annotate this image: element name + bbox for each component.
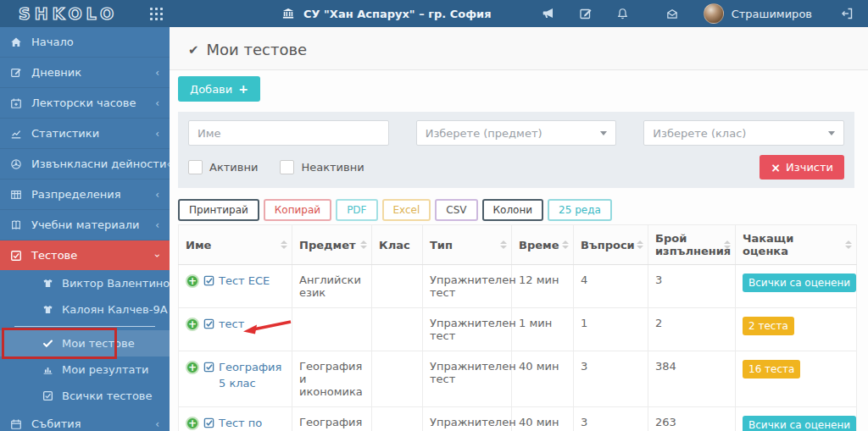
column-header-name[interactable]: Име [179, 225, 292, 265]
print-button[interactable]: Принтирай [178, 199, 259, 221]
excel-button[interactable]: Excel [382, 199, 431, 221]
sidebar-item-statistics[interactable]: Статистики ‹ [0, 119, 170, 149]
column-header-type[interactable]: Тип [423, 225, 512, 265]
school-selector[interactable]: СУ "Хан Аспарух" – гр. София [282, 0, 492, 27]
sidebar-item-label: Извънкласни дейности [31, 157, 166, 170]
sidebar-item-label: Калоян Калчев-9А [62, 303, 168, 316]
sidebar-item-my-tests[interactable]: Мои тестове [0, 330, 170, 356]
chevron-left-icon: ‹ [155, 220, 159, 230]
class-filter-select[interactable]: Изберете (клас) [643, 120, 844, 146]
sidebar-item-all-tests[interactable]: Всички тестове [0, 383, 170, 409]
csv-button[interactable]: CSV [435, 199, 477, 221]
sort-icon[interactable] [562, 240, 569, 249]
test-checkbox-icon [203, 318, 214, 329]
sidebar-item-label: Тестове [31, 249, 77, 262]
add-test-button[interactable]: Добави + [178, 76, 260, 102]
expand-row-icon[interactable]: + [186, 274, 199, 288]
announcements-icon[interactable] [539, 4, 558, 23]
sidebar-item-my-results[interactable]: Мои резултати [0, 356, 170, 383]
sidebar-item-home[interactable]: Начало [0, 27, 170, 58]
sidebar-item-extracurricular[interactable]: Извънкласни дейности ‹ [0, 149, 170, 180]
name-filter-input[interactable] [188, 120, 389, 146]
topbar: SHKOLO СУ "Хан Аспарух" – гр. София [0, 0, 868, 27]
column-header-runs[interactable]: Брой изпълнения [648, 225, 736, 265]
expand-row-icon[interactable]: + [186, 361, 199, 374]
sidebar-item-lecture-hours[interactable]: Лекторски часове ‹ [0, 88, 170, 119]
sort-icon[interactable] [724, 240, 731, 249]
test-link[interactable]: География 5 клас [219, 360, 285, 392]
sidebar-item-label: Лекторски часове [31, 97, 136, 109]
chevron-left-icon: ‹ [155, 190, 159, 200]
logout-icon[interactable] [837, 4, 856, 23]
sidebar-item-label: Дневник [31, 66, 81, 79]
pdf-button[interactable]: PDF [336, 199, 377, 221]
sidebar-item-label: Статистики [31, 127, 99, 140]
filter-panel: Изберете (предмет) Изберете (клас) Актив… [178, 112, 854, 188]
checkbox-box[interactable] [188, 160, 203, 174]
apps-grid-icon[interactable] [150, 8, 163, 20]
x-icon: × [771, 162, 781, 174]
checkbox-box[interactable] [280, 160, 294, 174]
messages-icon[interactable] [663, 4, 682, 23]
column-header-subject[interactable]: Предмет [292, 225, 372, 265]
check-icon [42, 338, 56, 349]
sidebar-item-journal[interactable]: Дневник ‹ [0, 58, 170, 88]
tshirt-icon [42, 278, 56, 289]
username[interactable]: Страшимиров [732, 8, 812, 20]
sidebar-item-student-kaloyan[interactable]: Калоян Калчев-9А [0, 296, 170, 323]
sort-icon[interactable] [360, 240, 367, 249]
caret-down-icon [828, 131, 835, 135]
tests-table: Име Предмет Клас Тип Време Въпроси Брой … [178, 224, 857, 431]
column-header-time[interactable]: Време [512, 225, 574, 265]
chevron-left-icon: ‹ [155, 98, 159, 108]
check-icon: ✔ [188, 42, 199, 58]
test-link[interactable]: тест [219, 317, 244, 333]
expand-row-icon[interactable]: + [186, 417, 199, 430]
sidebar-item-events[interactable]: Събития ‹ [0, 409, 170, 431]
notifications-bell-icon[interactable] [614, 4, 632, 23]
column-header-pending[interactable]: Чакащи оценка [736, 225, 857, 265]
sidebar-item-label: Мои резултати [62, 363, 148, 376]
calendar-plus-icon [10, 97, 25, 109]
chevron-left-icon: ‹ [155, 68, 159, 78]
chevron-left-icon: ‹ [155, 129, 159, 139]
column-header-questions[interactable]: Въпроси [574, 225, 648, 265]
institution-icon [282, 8, 298, 19]
sidebar-item-tests[interactable]: Тестове ‹ [0, 240, 170, 270]
sort-icon[interactable] [637, 240, 643, 249]
user-avatar[interactable] [704, 3, 724, 24]
test-link[interactable]: Тест по География [219, 416, 285, 431]
test-checkbox-icon [203, 417, 214, 428]
inactive-checkbox[interactable]: Неактивни [280, 160, 364, 174]
bar-chart-icon [42, 364, 56, 375]
sort-icon[interactable] [845, 240, 852, 249]
sidebar-item-distributions[interactable]: Разпределения ‹ [0, 180, 170, 210]
test-link[interactable]: Тест ЕСЕ [219, 274, 270, 290]
active-checkbox[interactable]: Активни [188, 160, 258, 174]
columns-button[interactable]: Колони [482, 199, 544, 221]
sidebar-item-label: Събития [31, 417, 81, 430]
copy-button[interactable]: Копирай [264, 199, 331, 221]
expand-row-icon[interactable]: + [186, 318, 199, 331]
app-logo[interactable]: SHKOLO [19, 4, 118, 23]
submenu-divider [14, 326, 155, 327]
column-header-class[interactable]: Клас [372, 225, 423, 265]
clear-button-label: Изчисти [786, 161, 833, 174]
rows-per-page-button[interactable]: 25 реда [548, 199, 612, 221]
table-toolbar: Принтирай Копирай PDF Excel CSV Колони 2… [178, 199, 854, 221]
sort-icon[interactable] [500, 240, 507, 249]
sidebar-item-student-viktor[interactable]: Виктор Валентинов-12Ж [0, 270, 170, 296]
topbar-actions: Страшимиров [520, 3, 856, 24]
subject-filter-select[interactable]: Изберете (предмет) [416, 120, 617, 146]
page-title: Мои тестове [207, 41, 308, 58]
sort-icon[interactable] [281, 240, 287, 249]
sidebar-item-label: Мои тестове [62, 337, 135, 350]
status-badge: 2 теста [743, 317, 794, 335]
calendar-icon [10, 418, 25, 430]
table-row: + Тест ЕСЕ Английски език Упражнителен т… [179, 265, 857, 308]
check-square-icon [10, 250, 25, 262]
clear-filters-button[interactable]: × Изчисти [760, 155, 844, 180]
compose-icon[interactable] [576, 4, 595, 23]
annotation-red-arrow [242, 318, 294, 335]
sidebar-item-learning-materials[interactable]: Учебни материали ‹ [0, 210, 170, 240]
